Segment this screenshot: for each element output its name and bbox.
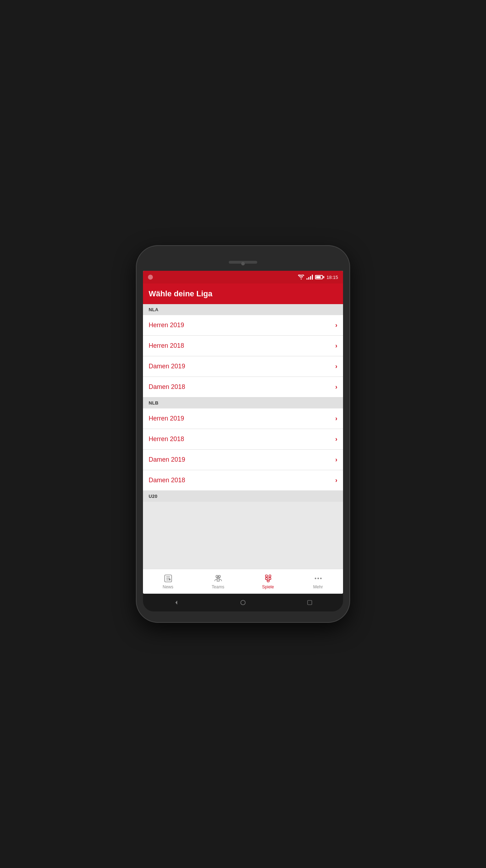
list-item-nlb-damen-2019[interactable]: Damen 2019 › [143, 450, 343, 470]
phone-nav-bar [143, 594, 343, 611]
nav-news-label: News [162, 584, 173, 589]
section-nlb-header: NLB [143, 397, 343, 408]
svg-rect-21 [308, 600, 312, 605]
nav-teams-label: Teams [212, 584, 224, 589]
svg-point-18 [320, 578, 321, 579]
recents-button[interactable] [304, 597, 315, 608]
list-item-nlb-herren-2018[interactable]: Herren 2018 › [143, 429, 343, 450]
status-dot [148, 275, 153, 280]
svg-rect-8 [265, 575, 267, 577]
svg-rect-10 [265, 578, 267, 579]
teams-icon [213, 573, 223, 583]
nav-mehr-label: Mehr [313, 584, 323, 589]
svg-point-20 [241, 600, 245, 605]
phone-device: 18:15 Wähle deine Liga NLA Herren 2019 ›… [137, 246, 349, 622]
page-title: Wähle deine Liga [149, 289, 212, 298]
nav-item-mehr[interactable]: Mehr [293, 571, 343, 592]
svg-rect-9 [269, 575, 271, 577]
chevron-icon: › [335, 363, 337, 370]
svg-point-16 [315, 578, 316, 579]
chevron-icon: › [335, 456, 337, 463]
svg-marker-19 [176, 600, 177, 605]
chevron-icon: › [335, 383, 337, 391]
news-icon [163, 573, 173, 583]
svg-rect-12 [267, 580, 269, 582]
svg-rect-4 [169, 579, 170, 580]
list-item-nla-herren-2019[interactable]: Herren 2019 › [143, 315, 343, 336]
nav-item-spiele[interactable]: Spiele [243, 571, 293, 592]
spiele-icon [263, 573, 273, 583]
bottom-nav: News Teams [143, 569, 343, 594]
list-item-nla-damen-2019[interactable]: Damen 2019 › [143, 356, 343, 377]
nav-item-teams[interactable]: Teams [193, 571, 243, 592]
phone-screen: 18:15 Wähle deine Liga NLA Herren 2019 ›… [143, 271, 343, 594]
nav-spiele-label: Spiele [262, 584, 274, 589]
chevron-icon: › [335, 415, 337, 422]
status-left [148, 275, 153, 280]
chevron-icon: › [335, 435, 337, 443]
home-button[interactable] [237, 597, 249, 608]
chevron-icon: › [335, 477, 337, 484]
list-item-nla-herren-2018[interactable]: Herren 2018 › [143, 336, 343, 356]
status-right: 18:15 [298, 275, 338, 280]
battery-icon [315, 275, 324, 279]
svg-point-17 [317, 578, 319, 579]
mehr-icon [313, 573, 323, 583]
content-area: NLA Herren 2019 › Herren 2018 › Damen 20… [143, 304, 343, 569]
chevron-icon: › [335, 342, 337, 350]
section-u20-header: U20 [143, 491, 343, 502]
section-nla-header: NLA [143, 304, 343, 315]
status-bar: 18:15 [143, 271, 343, 284]
signal-icon [306, 275, 313, 280]
list-item-nlb-damen-2018[interactable]: Damen 2018 › [143, 470, 343, 491]
list-item-nlb-herren-2019[interactable]: Herren 2019 › [143, 408, 343, 429]
camera [241, 262, 245, 265]
time-display: 18:15 [326, 275, 338, 280]
list-item-nla-damen-2018[interactable]: Damen 2018 › [143, 377, 343, 397]
nav-item-news[interactable]: News [143, 571, 193, 592]
chevron-icon: › [335, 322, 337, 329]
phone-top [143, 257, 343, 271]
back-button[interactable] [171, 597, 182, 608]
wifi-icon [298, 275, 304, 280]
svg-rect-11 [269, 578, 271, 579]
app-header: Wähle deine Liga [143, 284, 343, 304]
